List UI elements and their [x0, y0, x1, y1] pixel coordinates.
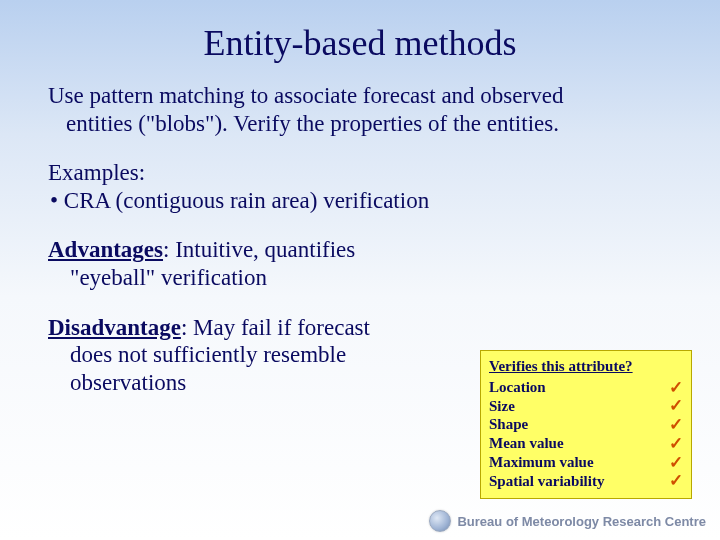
slide: Entity-based methods Use pattern matchin…: [0, 0, 720, 540]
intro-line-2: entities ("blobs"). Verify the propertie…: [48, 110, 672, 138]
check-icon: ✓: [669, 472, 683, 489]
attributes-box: Verifies this attribute? Location ✓ Size…: [480, 350, 692, 499]
attr-label: Shape: [489, 415, 528, 434]
advantages-rest-1: : Intuitive, quantifies: [163, 237, 355, 262]
attr-row-location: Location ✓: [489, 378, 683, 397]
attr-row-max: Maximum value ✓: [489, 453, 683, 472]
check-icon: ✓: [669, 397, 683, 414]
attr-row-size: Size ✓: [489, 397, 683, 416]
examples-block: Examples: • CRA (contiguous rain area) v…: [48, 159, 672, 214]
intro-text: Use pattern matching to associate foreca…: [48, 82, 672, 137]
examples-bullet-1: • CRA (contiguous rain area) verificatio…: [48, 187, 672, 215]
attr-row-shape: Shape ✓: [489, 415, 683, 434]
attr-label: Maximum value: [489, 453, 594, 472]
attr-label: Spatial variability: [489, 472, 604, 491]
advantages-block: Advantages: Intuitive, quantifies "eyeba…: [48, 236, 468, 291]
disadvantage-label: Disadvantage: [48, 315, 181, 340]
intro-line-1: Use pattern matching to associate foreca…: [48, 82, 672, 110]
disadvantage-rest-1: : May fail if forecast: [181, 315, 370, 340]
attr-label: Size: [489, 397, 515, 416]
advantages-line-1: Advantages: Intuitive, quantifies: [48, 236, 468, 264]
globe-icon: [429, 510, 451, 532]
check-icon: ✓: [669, 379, 683, 396]
disadvantage-line-3: observations: [48, 369, 468, 397]
disadvantage-line-1: Disadvantage: May fail if forecast: [48, 314, 468, 342]
check-icon: ✓: [669, 416, 683, 433]
advantages-label: Advantages: [48, 237, 163, 262]
advantages-line-2: "eyeball" verification: [48, 264, 468, 292]
check-icon: ✓: [669, 454, 683, 471]
footer-branding: Bureau of Meteorology Research Centre: [429, 510, 706, 532]
attr-label: Location: [489, 378, 546, 397]
examples-heading: Examples:: [48, 159, 672, 187]
disadvantage-line-2: does not sufficiently resemble: [48, 341, 468, 369]
slide-title: Entity-based methods: [48, 22, 672, 64]
attr-label: Mean value: [489, 434, 564, 453]
check-icon: ✓: [669, 435, 683, 452]
attr-row-spatial: Spatial variability ✓: [489, 472, 683, 491]
attributes-header: Verifies this attribute?: [489, 357, 683, 376]
attr-row-mean: Mean value ✓: [489, 434, 683, 453]
footer-text: Bureau of Meteorology Research Centre: [457, 514, 706, 529]
disadvantage-block: Disadvantage: May fail if forecast does …: [48, 314, 468, 397]
